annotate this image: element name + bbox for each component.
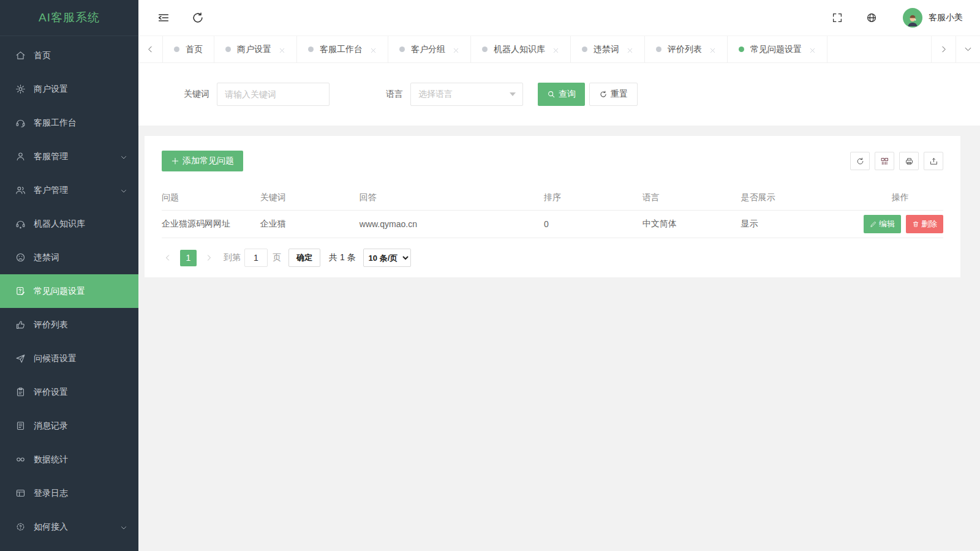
goto-confirm-button[interactable]: 确定: [288, 249, 320, 267]
add-faq-button[interactable]: 添加常见问题: [162, 151, 243, 171]
tab-review-list[interactable]: 评价列表: [645, 36, 728, 62]
reset-button[interactable]: 重置: [589, 83, 638, 106]
language-select[interactable]: 选择语言: [410, 83, 523, 106]
close-icon[interactable]: [809, 46, 816, 53]
delete-button[interactable]: 删除: [906, 215, 943, 233]
tab-faq-settings[interactable]: 常见问题设置: [728, 36, 827, 62]
app-logo: AI客服系统: [0, 0, 138, 36]
sidebar-item-message-log[interactable]: 消息记录: [0, 409, 138, 443]
cell-display: 显示: [741, 219, 857, 230]
sidebar-item-login-log[interactable]: 登录日志: [0, 476, 138, 510]
tab-customer-groups[interactable]: 客户分组: [388, 36, 471, 62]
export-icon[interactable]: [924, 152, 943, 170]
sidebar-item-review-settings[interactable]: 评价设置: [0, 375, 138, 409]
sidebar-item-how-to-connect[interactable]: 如何接入: [0, 510, 138, 544]
sidebar-item-review-list[interactable]: 评价列表: [0, 308, 138, 342]
clipboard-icon: [15, 387, 26, 397]
username-label[interactable]: 客服小美: [929, 12, 963, 23]
pencil-icon: [870, 220, 877, 228]
edit-button[interactable]: 编辑: [864, 215, 901, 233]
sidebar-item-label: 商户设置: [34, 84, 68, 95]
col-question: 问题: [162, 192, 260, 203]
cell-question: 企业猫源码网网址: [162, 219, 260, 230]
sidebar-item-label: 如何接入: [34, 522, 68, 533]
prev-page-icon[interactable]: [162, 254, 174, 261]
tab-workbench[interactable]: 客服工作台: [297, 36, 388, 62]
faq-table: 问题 关键词 回答 排序 语言 是否展示 操作 企业猫源码网网址 企业猫 www…: [162, 185, 943, 238]
sidebar-item-label: 评价列表: [34, 320, 68, 331]
page-number-button[interactable]: 1: [180, 250, 197, 266]
sidebar-item-label: 常见问题设置: [34, 286, 85, 297]
sidebar-menu: 首页 商户设置 客服工作台 客服管理 客户管理: [0, 36, 138, 544]
globe-icon[interactable]: [866, 12, 877, 23]
faq-doc-icon: [15, 286, 26, 296]
sidebar-item-customer-management[interactable]: 客户管理: [0, 173, 138, 207]
robot-icon: [15, 219, 26, 229]
sidebar-item-robot-knowledge[interactable]: 机器人知识库: [0, 207, 138, 241]
frown-face-icon: [15, 252, 26, 263]
query-button[interactable]: 查询: [538, 83, 585, 106]
message-doc-icon: [15, 421, 26, 431]
tab-robot-knowledge[interactable]: 机器人知识库: [471, 36, 571, 62]
sidebar-item-label: 违禁词: [34, 252, 59, 263]
tab-dot: [739, 47, 744, 52]
page-unit-label: 页: [273, 252, 281, 263]
keyword-input[interactable]: [217, 83, 330, 106]
reset-icon: [599, 90, 608, 99]
faq-table-card: 添加常见问题 问题 关键词 回答 排序 语言 是否展示 操作: [145, 136, 960, 277]
collapse-menu-icon[interactable]: [157, 11, 170, 24]
sidebar-item-agent-management[interactable]: 客服管理: [0, 140, 138, 173]
close-icon[interactable]: [709, 46, 716, 53]
close-icon[interactable]: [370, 46, 377, 53]
window-icon: [15, 488, 26, 498]
close-icon[interactable]: [453, 46, 459, 53]
sidebar-item-label: 问候语设置: [34, 353, 77, 364]
sidebar-item-merchant-settings[interactable]: 商户设置: [0, 72, 138, 106]
print-icon[interactable]: [899, 152, 919, 170]
language-select-value[interactable]: 选择语言: [410, 83, 523, 106]
tab-merchant-settings[interactable]: 商户设置: [214, 36, 297, 62]
tab-label: 客户分组: [411, 44, 445, 55]
cell-actions: 编辑 删除: [858, 215, 943, 233]
close-icon[interactable]: [552, 46, 559, 53]
gear-icon: [15, 84, 26, 94]
tabs-menu-icon[interactable]: [956, 36, 980, 62]
next-page-icon[interactable]: [203, 254, 215, 261]
tab-dot: [582, 47, 587, 52]
sidebar-item-banned-words[interactable]: 违禁词: [0, 241, 138, 274]
topbar: 客服小美: [138, 0, 980, 36]
close-icon[interactable]: [627, 46, 633, 53]
tab-dot: [482, 47, 488, 52]
sidebar-item-statistics[interactable]: 数据统计: [0, 443, 138, 476]
table-columns-icon[interactable]: [875, 152, 894, 170]
sidebar-item-workbench[interactable]: 客服工作台: [0, 106, 138, 140]
sidebar-item-home[interactable]: 首页: [0, 39, 138, 72]
sidebar-item-faq-settings[interactable]: 常见问题设置: [0, 274, 138, 308]
cell-answer: www.qymao.cn: [360, 219, 544, 229]
cell-keyword: 企业猫: [260, 219, 360, 230]
tabs: 首页 商户设置 客服工作台 客户分组: [163, 36, 931, 62]
per-page-select[interactable]: 10 条/页: [363, 249, 411, 267]
tabbar: 首页 商户设置 客服工作台 客户分组: [138, 36, 980, 63]
sidebar-item-greeting-settings[interactable]: 问候语设置: [0, 342, 138, 375]
tab-label: 商户设置: [237, 44, 271, 55]
content-gap: [138, 126, 980, 136]
tabs-scroll-right-icon[interactable]: [931, 36, 956, 62]
tab-home[interactable]: 首页: [163, 36, 214, 62]
refresh-icon[interactable]: [191, 11, 205, 24]
table-header-row: 问题 关键词 回答 排序 语言 是否展示 操作: [162, 185, 943, 211]
keyword-label: 关键词: [184, 89, 209, 100]
goto-page-input[interactable]: [244, 249, 268, 267]
tab-label: 首页: [186, 44, 203, 55]
tabs-scroll-left-icon[interactable]: [138, 36, 163, 62]
tab-dot: [225, 47, 231, 52]
fullscreen-icon[interactable]: [832, 12, 843, 23]
sidebar-item-label: 机器人知识库: [34, 219, 85, 230]
table-refresh-icon[interactable]: [850, 152, 870, 170]
tab-label: 违禁词: [594, 44, 619, 55]
close-icon[interactable]: [279, 46, 285, 53]
user-avatar[interactable]: [903, 8, 922, 28]
pagination: 1 到第 页 确定 共 1 条 10 条/页: [162, 248, 943, 268]
tab-banned-words[interactable]: 违禁词: [571, 36, 645, 62]
col-display: 是否展示: [741, 192, 857, 203]
